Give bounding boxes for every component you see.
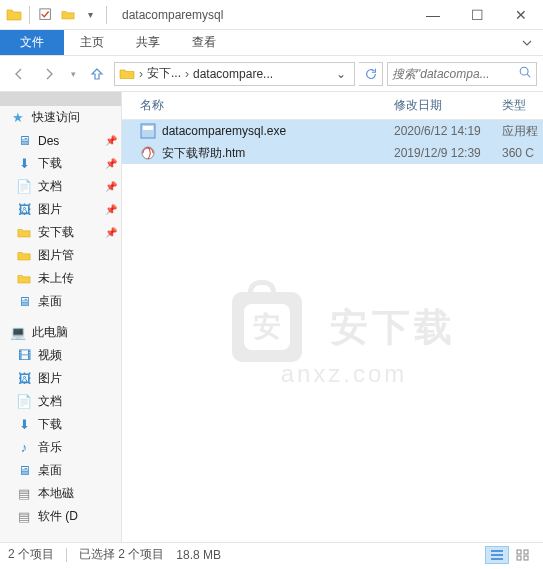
tab-home[interactable]: 主页 [64, 30, 120, 55]
search-box[interactable] [387, 62, 537, 86]
svg-rect-8 [524, 556, 528, 560]
close-button[interactable]: ✕ [499, 0, 543, 30]
sidebar-item[interactable]: ▤本地磁 [0, 482, 121, 505]
sidebar-label: 下载 [38, 155, 62, 172]
column-date[interactable]: 修改日期 [394, 97, 502, 114]
sidebar-item[interactable]: 安下载📌 [0, 221, 121, 244]
file-date: 2020/6/12 14:19 [394, 124, 502, 138]
sidebar-item[interactable]: 🖼图片📌 [0, 198, 121, 221]
column-name[interactable]: 名称 [140, 97, 394, 114]
file-name: datacomparemysql.exe [162, 124, 394, 138]
separator [106, 6, 107, 24]
breadcrumb-item[interactable]: 安下... [147, 65, 181, 82]
sidebar-item[interactable]: 🖼图片 [0, 367, 121, 390]
sidebar-label: 本地磁 [38, 485, 74, 502]
picture-icon: 🖼 [16, 371, 32, 387]
sidebar-this-pc[interactable]: 💻 此电脑 [0, 321, 121, 344]
checkbox-icon[interactable] [37, 6, 55, 24]
sidebar-label: 文档 [38, 393, 62, 410]
sidebar-item[interactable]: 📄文档 [0, 390, 121, 413]
column-headers: 名称 修改日期 类型 [122, 92, 543, 120]
sidebar-item[interactable]: 🖥桌面 [0, 290, 121, 313]
back-button[interactable] [6, 61, 32, 87]
sidebar-label: 图片 [38, 370, 62, 387]
minimize-button[interactable]: — [411, 0, 455, 30]
column-type[interactable]: 类型 [502, 97, 543, 114]
breadcrumb-dropdown-icon[interactable]: ⌄ [332, 67, 350, 81]
sidebar-label: 未上传 [38, 270, 74, 287]
watermark-en: anxz.com [281, 360, 408, 388]
download-icon: ⬇ [16, 417, 32, 433]
sidebar-item[interactable]: 🖥Des📌 [0, 129, 121, 152]
separator [66, 548, 67, 562]
search-icon[interactable] [518, 65, 532, 82]
sidebar-label: 图片管 [38, 247, 74, 264]
music-icon: ♪ [16, 440, 32, 456]
breadcrumb[interactable]: › 安下... › datacompare... ⌄ [114, 62, 355, 86]
sidebar-item[interactable]: ♪音乐 [0, 436, 121, 459]
star-icon: ★ [10, 110, 26, 126]
sidebar-item[interactable]: ⬇下载📌 [0, 152, 121, 175]
tab-share[interactable]: 共享 [120, 30, 176, 55]
titlebar: ▾ datacomparemysql — ☐ ✕ [0, 0, 543, 30]
watermark-logo-icon: 安 [232, 292, 302, 362]
folder-icon [16, 271, 32, 287]
chevron-right-icon[interactable]: › [183, 67, 191, 81]
tab-view[interactable]: 查看 [176, 30, 232, 55]
folder-small-icon[interactable] [59, 6, 77, 24]
recent-dropdown-icon[interactable]: ▾ [66, 61, 80, 87]
sidebar-item[interactable]: 📄文档📌 [0, 175, 121, 198]
sidebar-item[interactable]: 未上传 [0, 267, 121, 290]
forward-button[interactable] [36, 61, 62, 87]
download-icon: ⬇ [16, 156, 32, 172]
icons-view-button[interactable] [511, 546, 535, 564]
sidebar-label: 快速访问 [32, 109, 80, 126]
svg-point-4 [142, 147, 154, 159]
drive-icon: ▤ [16, 509, 32, 525]
sidebar-label: 安下载 [38, 224, 74, 241]
document-icon: 📄 [16, 179, 32, 195]
search-input[interactable] [392, 67, 518, 81]
pin-icon: 📌 [105, 181, 121, 192]
maximize-button[interactable]: ☐ [455, 0, 499, 30]
sidebar: ★ 快速访问 🖥Des📌 ⬇下载📌 📄文档📌 🖼图片📌 安下载📌 图片管 未上传… [0, 92, 122, 542]
sidebar-item[interactable]: ▤软件 (D [0, 505, 121, 528]
ribbon-expand-icon[interactable] [511, 30, 543, 55]
sidebar-item[interactable]: 图片管 [0, 244, 121, 267]
navigation-bar: ▾ › 安下... › datacompare... ⌄ [0, 56, 543, 92]
sidebar-item[interactable]: ⬇下载 [0, 413, 121, 436]
file-name: 安下载帮助.htm [162, 145, 394, 162]
svg-rect-3 [143, 126, 153, 130]
sidebar-quick-access[interactable]: ★ 快速访问 [0, 106, 121, 129]
sidebar-label: 视频 [38, 347, 62, 364]
pin-icon: 📌 [105, 158, 121, 169]
folder-icon [6, 7, 22, 23]
main-area: ★ 快速访问 🖥Des📌 ⬇下载📌 📄文档📌 🖼图片📌 安下载📌 图片管 未上传… [0, 92, 543, 542]
statusbar: 2 个项目 已选择 2 个项目 18.8 MB [0, 542, 543, 566]
desktop-icon: 🖥 [16, 294, 32, 310]
sidebar-label: 文档 [38, 178, 62, 195]
tab-file[interactable]: 文件 [0, 30, 64, 55]
svg-point-1 [520, 67, 528, 75]
file-pane: 名称 修改日期 类型 datacomparemysql.exe 2020/6/1… [122, 92, 543, 542]
up-button[interactable] [84, 61, 110, 87]
pin-icon: 📌 [105, 135, 121, 146]
svg-rect-5 [517, 550, 521, 554]
file-row[interactable]: datacomparemysql.exe 2020/6/12 14:19 应用程 [122, 120, 543, 142]
file-date: 2019/12/9 12:39 [394, 146, 502, 160]
details-view-button[interactable] [485, 546, 509, 564]
sidebar-label: 音乐 [38, 439, 62, 456]
htm-icon [140, 145, 156, 161]
scrollbar-thumb[interactable] [0, 92, 121, 106]
file-row[interactable]: 安下载帮助.htm 2019/12/9 12:39 360 C [122, 142, 543, 164]
desktop-icon: 🖥 [16, 463, 32, 479]
sidebar-item[interactable]: 🎞视频 [0, 344, 121, 367]
sidebar-item[interactable]: 🖥桌面 [0, 459, 121, 482]
sidebar-label: 下载 [38, 416, 62, 433]
refresh-button[interactable] [359, 62, 383, 86]
folder-icon [16, 225, 32, 241]
breadcrumb-item[interactable]: datacompare... [193, 67, 273, 81]
chevron-right-icon[interactable]: › [137, 67, 145, 81]
ribbon-tabs: 文件 主页 共享 查看 [0, 30, 543, 56]
dropdown-icon[interactable]: ▾ [81, 6, 99, 24]
